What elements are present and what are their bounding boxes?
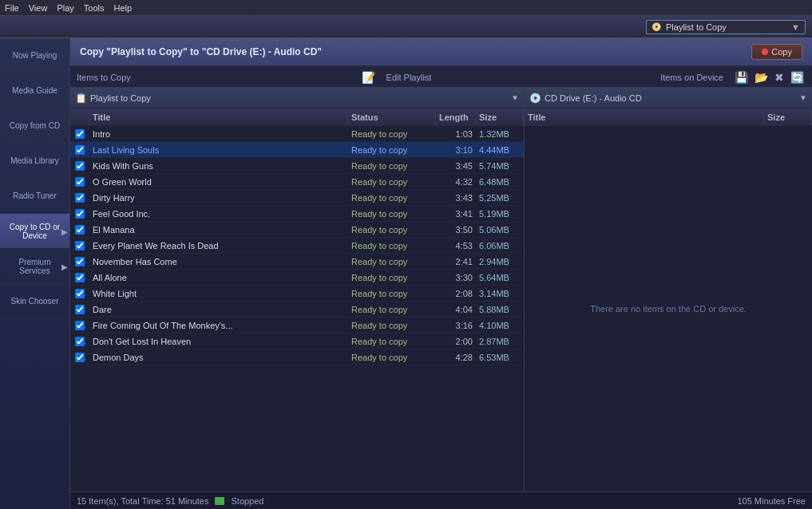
sidebar-item-copy-from-cd[interactable]: Copy from CD xyxy=(0,109,69,144)
delete-icon[interactable]: ✖ xyxy=(773,71,786,84)
arrow-icon: ▶ xyxy=(61,227,68,235)
row-checkbox[interactable] xyxy=(70,191,89,204)
menu-play[interactable]: Play xyxy=(57,3,73,13)
left-panel-dropdown-arrow[interactable]: ▼ xyxy=(511,93,519,102)
row-checkbox[interactable] xyxy=(70,128,89,140)
toolbar: Items to Copy 📝 Edit Playlist Items on D… xyxy=(70,67,812,88)
device-icon: 💿 xyxy=(529,93,541,104)
table-row[interactable]: Last Living SoulsReady to copy3:104.44MB xyxy=(70,142,524,158)
col-right-title: Title xyxy=(525,109,764,125)
title-bar: 📀 Playlist to Copy ▼ xyxy=(0,16,812,38)
row-checkbox[interactable] xyxy=(70,271,89,284)
sidebar-item-premium-services[interactable]: Premium Services ▶ xyxy=(0,249,69,284)
row-length: 4:32 xyxy=(436,176,476,188)
table-row[interactable]: All AloneReady to copy3:305.64MB xyxy=(70,270,524,286)
table-row[interactable]: Dirty HarryReady to copy3:435.25MB xyxy=(70,190,524,206)
table-row[interactable]: Every Planet We Reach Is DeadReady to co… xyxy=(70,238,524,254)
no-items-message: There are no items on the CD or device. xyxy=(525,126,812,491)
table-row[interactable]: IntroReady to copy1:031.32MB xyxy=(70,126,524,142)
row-checkbox[interactable] xyxy=(70,223,89,236)
table-row[interactable]: Demon DaysReady to copy4:286.53MB xyxy=(70,349,524,365)
row-title: Dare xyxy=(89,303,348,316)
row-length: 2:08 xyxy=(436,287,476,300)
col-check xyxy=(70,109,89,125)
row-title: Don't Get Lost In Heaven xyxy=(89,335,348,348)
sidebar-label-media-guide: Media Guide xyxy=(12,86,57,95)
row-checkbox[interactable] xyxy=(70,176,89,188)
table-row[interactable]: El MananaReady to copy3:505.06MB xyxy=(70,222,524,238)
menu-view[interactable]: View xyxy=(29,3,48,13)
table-row[interactable]: Fire Coming Out Of The Monkey's...Ready … xyxy=(70,318,524,333)
row-size: 6.06MB xyxy=(476,239,524,252)
menu-tools[interactable]: Tools xyxy=(84,3,105,13)
row-size: 5.64MB xyxy=(476,271,524,284)
copy-button[interactable]: Copy xyxy=(751,44,802,60)
playlist-dropdown[interactable]: 📀 Playlist to Copy ▼ xyxy=(646,20,806,34)
row-title: El Manana xyxy=(89,223,348,236)
refresh-icon[interactable]: 🔄 xyxy=(789,71,806,84)
row-status: Ready to copy xyxy=(348,335,436,348)
status-right: 105 Minutes Free xyxy=(737,496,806,506)
menu-file[interactable]: File xyxy=(5,3,19,13)
table-row[interactable]: Kids With GunsReady to copy3:455.74MB xyxy=(70,158,524,174)
row-title: Dirty Harry xyxy=(89,191,348,204)
save-icon[interactable]: 💾 xyxy=(733,71,750,84)
row-checkbox[interactable] xyxy=(70,319,89,332)
playlist-label: Playlist to Copy xyxy=(666,22,727,32)
row-checkbox[interactable] xyxy=(70,255,89,268)
playlist-panel-icon: 📋 xyxy=(75,93,87,104)
table-row[interactable]: DareReady to copy4:045.88MB xyxy=(70,302,524,318)
row-checkbox[interactable] xyxy=(70,351,89,364)
row-length: 3:10 xyxy=(436,144,476,156)
row-status: Ready to copy xyxy=(348,351,436,364)
sidebar-item-media-guide[interactable]: Media Guide xyxy=(0,73,69,109)
row-length: 4:28 xyxy=(436,351,476,364)
row-size: 5.19MB xyxy=(476,207,524,220)
row-size: 6.53MB xyxy=(476,351,524,364)
row-size: 5.25MB xyxy=(476,191,524,204)
row-length: 3:30 xyxy=(436,271,476,284)
row-length: 3:50 xyxy=(436,223,476,236)
folder-icon[interactable]: 📂 xyxy=(753,71,770,84)
items-on-device-label: Items on Device xyxy=(660,73,723,82)
sidebar-item-media-library[interactable]: Media Library xyxy=(0,144,69,179)
row-length: 3:41 xyxy=(436,207,476,220)
col-size: Size xyxy=(476,109,524,125)
row-checkbox[interactable] xyxy=(70,160,89,172)
row-title: Feel Good Inc. xyxy=(89,207,348,220)
items-to-copy-label: Items to Copy xyxy=(77,73,131,82)
sidebar-item-skin-chooser[interactable]: Skin Chooser xyxy=(0,284,69,319)
menu-help[interactable]: Help xyxy=(113,3,132,13)
row-length: 3:45 xyxy=(436,160,476,172)
row-checkbox[interactable] xyxy=(70,303,89,316)
table-row[interactable]: White LightReady to copy2:083.14MB xyxy=(70,286,524,302)
status-text: Stopped xyxy=(231,496,263,506)
table-row[interactable]: November Has ComeReady to copy2:412.94MB xyxy=(70,254,524,270)
row-size: 2.94MB xyxy=(476,255,524,268)
col-length: Length xyxy=(436,109,476,125)
table-row[interactable]: O Green WorldReady to copy4:326.48MB xyxy=(70,174,524,190)
row-checkbox[interactable] xyxy=(70,239,89,252)
right-column-headers: Title Size xyxy=(525,109,812,126)
sidebar-item-radio-tuner[interactable]: Radio Tuner xyxy=(0,179,69,214)
sidebar-label-premium-services: Premium Services xyxy=(5,258,65,275)
sidebar-item-copy-to-cd[interactable]: Copy to CD or Device ▶ xyxy=(0,214,69,249)
table-row[interactable]: Don't Get Lost In HeavenReady to copy2:0… xyxy=(70,333,524,349)
row-status: Ready to copy xyxy=(348,144,436,156)
row-checkbox[interactable] xyxy=(70,335,89,348)
left-panel-header: 📋 Playlist to Copy ▼ xyxy=(70,88,524,109)
row-size: 6.48MB xyxy=(476,176,524,188)
sidebar-item-now-playing[interactable]: Now Playing xyxy=(0,38,69,73)
row-status: Ready to copy xyxy=(348,160,436,172)
left-panel: 📋 Playlist to Copy ▼ Title Status Length xyxy=(70,88,525,491)
table-row[interactable]: Feel Good Inc.Ready to copy3:415.19MB xyxy=(70,206,524,222)
row-status: Ready to copy xyxy=(348,207,436,220)
row-checkbox[interactable] xyxy=(70,144,89,156)
playlist-icon: 📀 xyxy=(652,22,661,31)
row-checkbox[interactable] xyxy=(70,207,89,220)
row-checkbox[interactable] xyxy=(70,287,89,300)
right-panel-dropdown-arrow[interactable]: ▼ xyxy=(799,93,807,102)
row-size: 5.74MB xyxy=(476,160,524,172)
col-status: Status xyxy=(348,109,436,125)
edit-playlist-icon[interactable]: 📝 xyxy=(360,71,377,84)
